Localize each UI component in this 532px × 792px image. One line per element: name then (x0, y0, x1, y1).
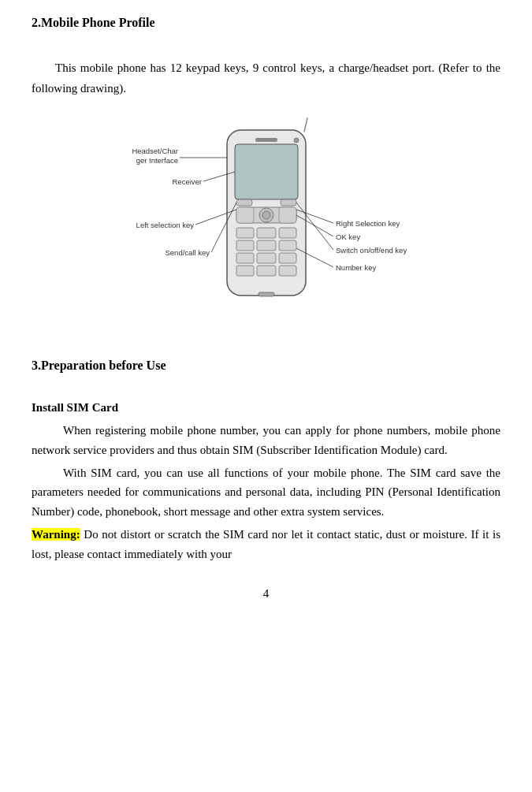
svg-rect-14 (279, 240, 296, 251)
section3-heading: 3.Preparation before Use (32, 359, 500, 373)
section2-heading: 2.Mobile Phone Profile (32, 16, 500, 30)
svg-text:Headset/Char: Headset/Char (132, 147, 178, 155)
svg-line-24 (304, 118, 307, 132)
warning-text: Do not distort or scratch the SIM card n… (32, 528, 500, 560)
svg-text:OK key: OK key (336, 232, 360, 241)
warning-paragraph: Warning: Do not distort or scratch the S… (32, 525, 500, 564)
svg-rect-19 (257, 266, 276, 276)
svg-text:Number key: Number key (336, 263, 376, 272)
svg-rect-22 (281, 199, 296, 206)
svg-text:ger Interface: ger Interface (136, 156, 177, 165)
svg-rect-21 (236, 199, 252, 206)
svg-rect-8 (279, 207, 296, 223)
svg-text:Receiver: Receiver (172, 177, 202, 186)
svg-rect-2 (255, 138, 277, 142)
page-number: 4 (32, 587, 500, 601)
svg-rect-12 (236, 240, 254, 251)
warning-label: Warning: (32, 528, 80, 541)
sim-para2: With SIM card, you can use all functions… (32, 463, 500, 522)
install-sim-heading: Install SIM Card (32, 401, 500, 415)
svg-rect-20 (279, 266, 296, 276)
svg-rect-9 (236, 228, 254, 238)
intro-paragraph: This mobile phone has 12 keypad keys, 9 … (32, 58, 500, 99)
svg-rect-23 (259, 292, 274, 296)
svg-text:Right Selection key: Right Selection key (336, 219, 400, 228)
svg-text:Left selection key: Left selection key (136, 221, 194, 229)
svg-text:Switch on/off/end key: Switch on/off/end key (336, 246, 407, 255)
svg-point-6 (262, 211, 270, 219)
svg-rect-17 (279, 253, 296, 263)
svg-point-3 (294, 138, 299, 143)
svg-rect-7 (236, 207, 254, 223)
svg-text:Send/call key: Send/call key (165, 248, 210, 257)
sim-para1: When registering mobile phone number, yo… (32, 421, 500, 460)
svg-rect-16 (257, 253, 276, 263)
svg-rect-11 (279, 228, 296, 238)
svg-rect-1 (235, 144, 298, 199)
phone-diagram: Headset/Char ger Interface Receiver Left… (32, 114, 500, 335)
svg-rect-13 (257, 240, 276, 251)
svg-rect-10 (257, 228, 276, 238)
svg-rect-15 (236, 253, 254, 263)
svg-rect-18 (236, 266, 254, 276)
